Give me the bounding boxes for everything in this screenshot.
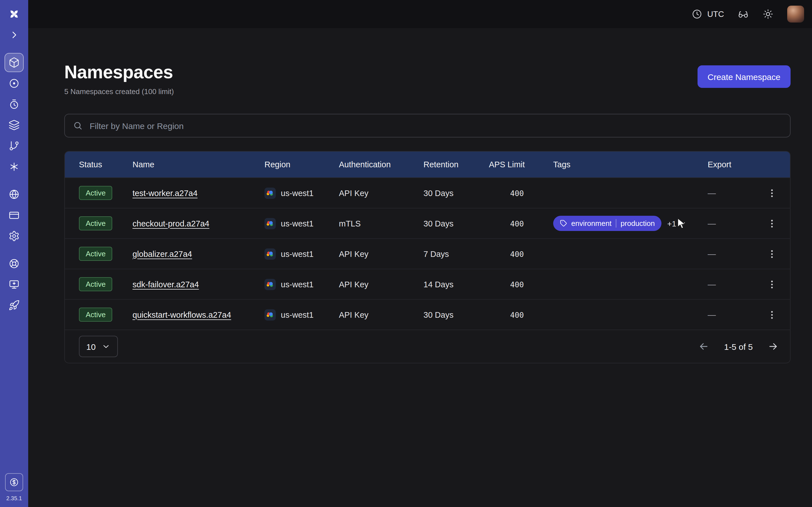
- previous-page-button[interactable]: [698, 341, 709, 352]
- temporal-logo-icon: [8, 8, 20, 20]
- column-header-authentication: Authentication: [339, 160, 423, 169]
- nav-workflows[interactable]: [4, 136, 24, 156]
- namespace-link[interactable]: test-worker.a27a4: [133, 188, 198, 198]
- rocket-icon: [8, 300, 20, 311]
- usage-button[interactable]: [5, 473, 23, 491]
- table-footer: 10 1-5 of 5: [65, 330, 790, 363]
- nav-deployments[interactable]: [4, 115, 24, 135]
- region-cell: us-west1: [264, 309, 339, 320]
- namespace-link[interactable]: checkout-prod.a27a4: [133, 219, 209, 228]
- kebab-icon: [766, 187, 777, 199]
- retention-cell: 30 Days: [423, 310, 489, 319]
- region-cell: us-west1: [264, 248, 339, 260]
- page-subtitle: 5 Namespaces created (100 limit): [64, 87, 174, 96]
- create-namespace-button[interactable]: Create Namespace: [698, 65, 791, 88]
- lifebuoy-icon: [8, 258, 20, 269]
- namespace-link[interactable]: quickstart-workflows.a27a4: [133, 310, 231, 319]
- retention-cell: 7 Days: [423, 249, 489, 258]
- chevron-right-icon: [8, 29, 20, 41]
- stack-icon: [8, 119, 20, 131]
- region-cell: us-west1: [264, 187, 339, 199]
- namespaces-table: Status Name Region Authentication Retent…: [64, 151, 791, 363]
- region-cell: us-west1: [264, 218, 339, 229]
- search-icon: [73, 121, 83, 131]
- retention-cell: 30 Days: [423, 219, 489, 228]
- namespace-link[interactable]: sdk-failover.a27a4: [133, 280, 199, 289]
- export-cell: —: [708, 249, 753, 258]
- topbar: UTC: [28, 0, 812, 28]
- nav-getting-started[interactable]: [4, 296, 24, 315]
- export-cell: —: [708, 219, 753, 228]
- name-cell: sdk-failover.a27a4: [133, 280, 264, 289]
- aps-cell: 400: [489, 219, 553, 228]
- aps-cell: 400: [489, 280, 553, 289]
- region-label: us-west1: [281, 310, 313, 319]
- column-header-export: Export: [708, 160, 753, 169]
- main-content: Namespaces 5 Namespaces created (100 lim…: [28, 28, 812, 507]
- pagination: 1-5 of 5: [698, 341, 779, 352]
- row-menu-button[interactable]: [766, 279, 777, 290]
- tags-more-button[interactable]: +1: [667, 219, 687, 228]
- kebab-icon: [766, 248, 777, 260]
- timer-icon: [8, 99, 20, 110]
- nav-billing[interactable]: [4, 206, 24, 225]
- region-label: us-west1: [281, 249, 313, 258]
- table-body: Active test-worker.a27a4 us-west1 API Ke…: [65, 177, 790, 330]
- nav-namespaces[interactable]: [4, 53, 24, 72]
- row-menu-button[interactable]: [766, 187, 777, 199]
- nav-regions[interactable]: [4, 185, 24, 204]
- table-row: Active globalizer.a27a4 us-west1 API Key…: [65, 238, 790, 269]
- nav-docs[interactable]: [4, 275, 24, 294]
- gcp-icon: [264, 218, 276, 229]
- glasses-icon: [738, 8, 749, 20]
- row-menu-button[interactable]: [766, 309, 777, 320]
- cube-icon: [8, 57, 20, 68]
- column-header-retention: Retention: [423, 160, 489, 169]
- sidebar-expand-button[interactable]: [4, 25, 24, 45]
- page-size-select[interactable]: 10: [79, 336, 117, 357]
- aps-cell: 400: [489, 249, 553, 258]
- tags-more-count: +1: [667, 219, 676, 228]
- region-label: us-west1: [281, 188, 313, 198]
- column-header-tags: Tags: [553, 160, 708, 169]
- nav-support[interactable]: [4, 254, 24, 273]
- column-header-aps-limit: APS Limit: [489, 160, 553, 169]
- asterisk-icon: [8, 161, 20, 172]
- aps-cell: 400: [489, 188, 553, 198]
- user-avatar[interactable]: [787, 6, 804, 22]
- card-icon: [8, 210, 20, 221]
- auth-cell: mTLS: [339, 219, 423, 228]
- pagination-range: 1-5 of 5: [724, 342, 753, 351]
- region-label: us-west1: [281, 280, 313, 289]
- tag-pill[interactable]: environment production: [553, 216, 662, 231]
- namespace-link[interactable]: globalizer.a27a4: [133, 249, 192, 258]
- filter-input[interactable]: [89, 120, 782, 131]
- theme-toggle-button[interactable]: [762, 8, 774, 20]
- filter-bar: [64, 114, 791, 137]
- monitor-icon: [8, 279, 20, 290]
- status-cell: Active: [65, 277, 133, 291]
- gcp-icon: [264, 187, 276, 199]
- arrow-left-icon: [698, 341, 709, 352]
- column-header-name: Name: [133, 160, 264, 169]
- timezone-selector[interactable]: UTC: [691, 8, 724, 20]
- status-badge: Active: [79, 216, 112, 230]
- nav-gauge[interactable]: [4, 74, 24, 93]
- temporal-logo[interactable]: [4, 4, 24, 24]
- accessibility-button[interactable]: [738, 8, 749, 20]
- column-header-region: Region: [264, 160, 339, 169]
- nav-schedules[interactable]: [4, 95, 24, 114]
- nav-nexus[interactable]: [4, 157, 24, 176]
- next-page-button[interactable]: [767, 341, 779, 352]
- auth-cell: API Key: [339, 280, 423, 289]
- row-menu-button[interactable]: [766, 218, 777, 229]
- nav-settings[interactable]: [4, 226, 24, 245]
- status-badge: Active: [79, 307, 112, 322]
- auth-cell: API Key: [339, 188, 423, 198]
- export-cell: —: [708, 188, 753, 198]
- arrow-right-icon: [767, 341, 779, 352]
- name-cell: test-worker.a27a4: [133, 188, 264, 198]
- dollar-icon: [9, 477, 19, 487]
- row-menu-button[interactable]: [766, 248, 777, 260]
- retention-cell: 14 Days: [423, 280, 489, 289]
